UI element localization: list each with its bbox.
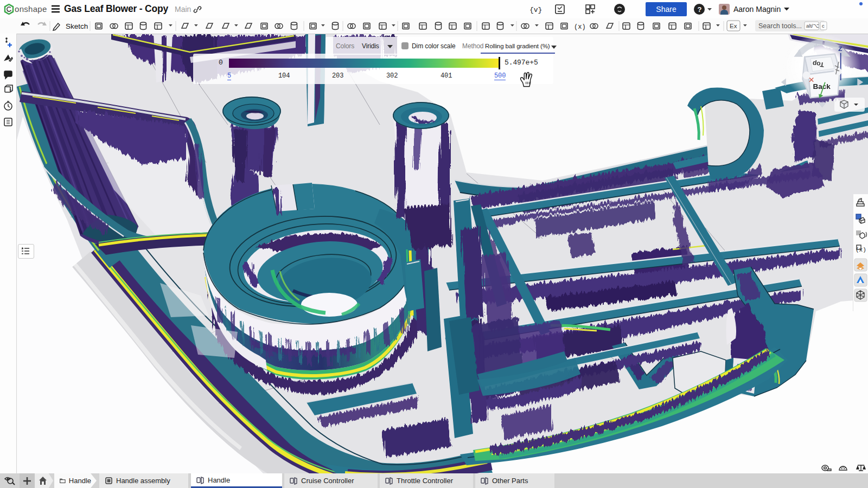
svg-text:Sketch: Sketch [66,22,88,30]
svg-text:Z: Z [838,45,842,52]
svg-text:Top: Top [812,60,825,68]
svg-text:Ex: Ex [730,23,737,29]
svg-text:?: ? [698,5,702,14]
svg-text:c: c [822,23,825,29]
svg-text:{v}: {v} [529,6,542,14]
svg-text:alt/⌥: alt/⌥ [806,23,819,29]
svg-text:Back: Back [813,82,831,91]
svg-text:(x): (x) [574,23,586,31]
svg-text:Search tools...: Search tools... [758,22,802,30]
svg-text:?: ? [9,88,12,93]
